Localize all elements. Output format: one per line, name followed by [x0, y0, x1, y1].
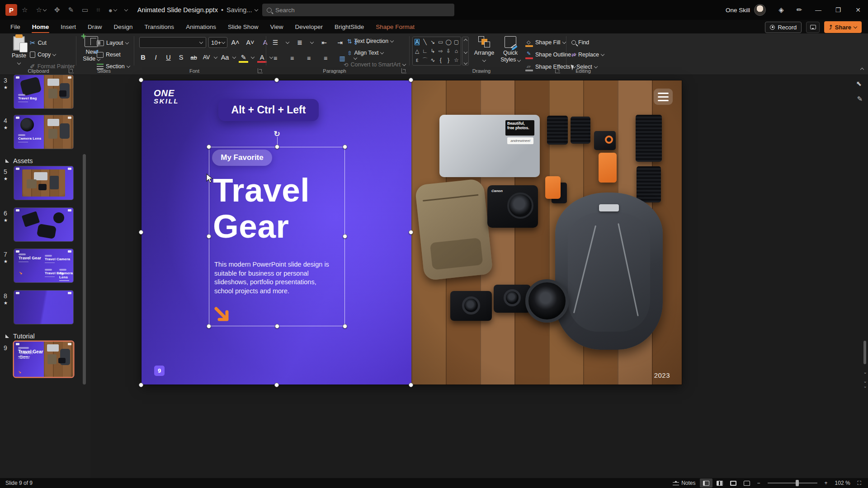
comments-button[interactable] — [806, 22, 820, 33]
orange-arrow-shape[interactable] — [213, 305, 232, 326]
share-button[interactable]: ⤴ Share — [824, 21, 862, 33]
object-handle-nw[interactable] — [139, 78, 143, 82]
slide-9-canvas[interactable]: ONE SKILL Alt + Ctrl + Left My Favorite … — [142, 80, 682, 385]
resize-handle-sw[interactable] — [207, 324, 211, 328]
tab-insert[interactable]: Insert — [55, 20, 82, 33]
section-tutorial[interactable]: Tutorial — [5, 333, 35, 340]
shapes-scroll-up-icon[interactable] — [463, 39, 467, 42]
paragraph-dialog-launcher[interactable] — [401, 68, 406, 73]
scroll-down-icon[interactable]: ⌄ — [863, 370, 867, 375]
strikethrough-button[interactable]: ab — [189, 52, 198, 63]
canvas-scrollbar-thumb[interactable] — [863, 341, 866, 364]
section-assets[interactable]: Assets — [5, 157, 33, 164]
object-handle-se[interactable] — [409, 383, 413, 387]
resize-handle-w[interactable] — [207, 234, 211, 239]
paste-button[interactable]: Paste — [6, 36, 32, 68]
tab-design[interactable]: Design — [108, 20, 139, 33]
tab-slide-show[interactable]: Slide Show — [222, 20, 264, 33]
document-title[interactable]: Animated Slide Design.pptx • Saving... — [137, 6, 258, 14]
italic-button[interactable]: I — [151, 52, 160, 63]
shape-fill-button[interactable]: ◇ Shape Fill — [525, 38, 566, 47]
slide-photo-panel[interactable]: Beautiful, free photos. andrewtneel Cano… — [411, 80, 682, 385]
copy-button[interactable]: Copy — [30, 50, 56, 60]
shapes-gallery[interactable]: A╲↘▭◯▢ △∟↳⇨⇩⌂ ε⌒∿{}☆ — [412, 37, 461, 66]
notes-button[interactable]: Notes — [670, 479, 698, 488]
increase-indent-button[interactable]: ⇥ — [335, 38, 345, 47]
tab-home[interactable]: Home — [26, 20, 55, 33]
close-button[interactable]: ✕ — [848, 0, 868, 20]
collapse-ribbon-icon[interactable] — [861, 65, 863, 73]
decrease-indent-button[interactable]: ⇤ — [319, 38, 329, 47]
align-left-button[interactable]: ≡ — [270, 53, 280, 63]
normal-view-button[interactable] — [700, 479, 712, 488]
zoom-slider-knob[interactable] — [796, 480, 799, 486]
align-center-button[interactable]: ≡ — [287, 53, 297, 63]
search-input[interactable]: Search — [262, 4, 454, 16]
bullets-button[interactable]: ☰ — [270, 38, 280, 47]
zoom-slider[interactable] — [768, 483, 817, 483]
resize-handle-ne[interactable] — [343, 145, 347, 149]
slide-8-thumbnail[interactable] — [14, 291, 73, 324]
layout-button[interactable]: Layout — [97, 38, 128, 48]
highlighter-icon[interactable]: ✎ — [68, 6, 74, 14]
slide-5-thumbnail[interactable] — [14, 166, 73, 200]
change-case-button[interactable]: Aa — [220, 52, 230, 63]
zoom-in-button[interactable]: + — [821, 479, 831, 488]
shapes-scroll-down-icon[interactable] — [463, 50, 467, 54]
object-handle-s[interactable] — [274, 383, 279, 387]
text-highlight-button[interactable]: ✎ — [239, 52, 248, 63]
selection-tool-icon[interactable]: ⬉ — [856, 80, 862, 88]
move-tool-icon[interactable]: ✥ — [54, 6, 60, 14]
drawing-dialog-launcher[interactable] — [555, 68, 560, 73]
account-button[interactable]: One Skill — [726, 4, 766, 16]
find-button[interactable]: Find — [571, 38, 589, 47]
add-star-icon[interactable]: ☆ — [36, 6, 46, 14]
slide-3-thumbnail[interactable]: Travel Bag — [14, 75, 73, 108]
resize-handle-n[interactable] — [275, 145, 279, 149]
tab-view[interactable]: View — [264, 20, 289, 33]
replace-button[interactable]: ⇄Replace — [571, 50, 604, 60]
resize-handle-s[interactable] — [275, 324, 279, 328]
tab-file[interactable]: File — [5, 20, 26, 33]
numbering-button[interactable]: ≣ — [295, 38, 305, 47]
justify-button[interactable]: ≡ — [321, 53, 330, 63]
reading-view-button[interactable] — [727, 479, 740, 488]
meet-now-icon[interactable]: ✏ — [790, 0, 808, 20]
tab-animations[interactable]: Animations — [180, 20, 222, 33]
quick-styles-button[interactable]: QuickStyles — [498, 36, 523, 68]
object-handle-e[interactable] — [409, 230, 413, 235]
font-name-combo[interactable] — [139, 37, 206, 48]
premium-diamond-icon[interactable]: ◈ — [772, 0, 790, 20]
slide-9-thumbnail-selected[interactable]: Travel Gear Travel Gear ↘ — [14, 342, 73, 377]
character-spacing-button[interactable]: AV — [202, 52, 211, 63]
slide-layout-icon[interactable]: ▭ — [82, 6, 88, 14]
fit-to-window-button[interactable]: ⛶ — [854, 479, 864, 488]
rotation-handle[interactable]: ↻ — [274, 129, 280, 139]
tab-transitions[interactable]: Transitions — [139, 20, 180, 33]
slide-title[interactable]: Travel Gear — [213, 172, 310, 244]
slide-purple-panel[interactable]: ONE SKILL Alt + Ctrl + Left My Favorite … — [142, 80, 411, 385]
next-slide-icon[interactable]: ⌄⌄ — [863, 379, 867, 389]
powerpoint-logo-icon[interactable]: P — [5, 4, 17, 16]
font-color-button[interactable]: A — [257, 52, 267, 63]
bold-button[interactable]: B — [138, 52, 148, 63]
grow-font-button[interactable]: A˄ — [231, 38, 240, 48]
object-handle-sw[interactable] — [139, 383, 143, 387]
resize-handle-se[interactable] — [343, 324, 347, 328]
slide-4-thumbnail[interactable]: Camera Lens — [14, 115, 73, 149]
shadow-button[interactable]: S — [176, 52, 186, 63]
underline-button[interactable]: U — [164, 52, 173, 63]
tab-shape-format[interactable]: Shape Format — [370, 20, 420, 33]
cut-button[interactable]: ✂Cut — [30, 38, 47, 48]
shapes-more-icon[interactable] — [463, 61, 467, 65]
slide-body-text[interactable]: This modern PowerPoint slide design is s… — [214, 260, 330, 296]
favorite-star-icon[interactable]: ☆ — [22, 6, 28, 14]
resize-handle-e[interactable] — [343, 234, 347, 239]
qat-customize-icon[interactable] — [125, 9, 127, 11]
restore-button[interactable]: ❐ — [828, 0, 848, 20]
slide-7-thumbnail[interactable]: Travel Gear Travel Camera Travel Bag Cam… — [14, 249, 73, 282]
minimize-button[interactable]: — — [808, 0, 828, 20]
object-handle-ne[interactable] — [409, 78, 413, 82]
tab-brightslide[interactable]: BrightSlide — [329, 20, 370, 33]
font-dialog-launcher[interactable] — [258, 68, 263, 73]
